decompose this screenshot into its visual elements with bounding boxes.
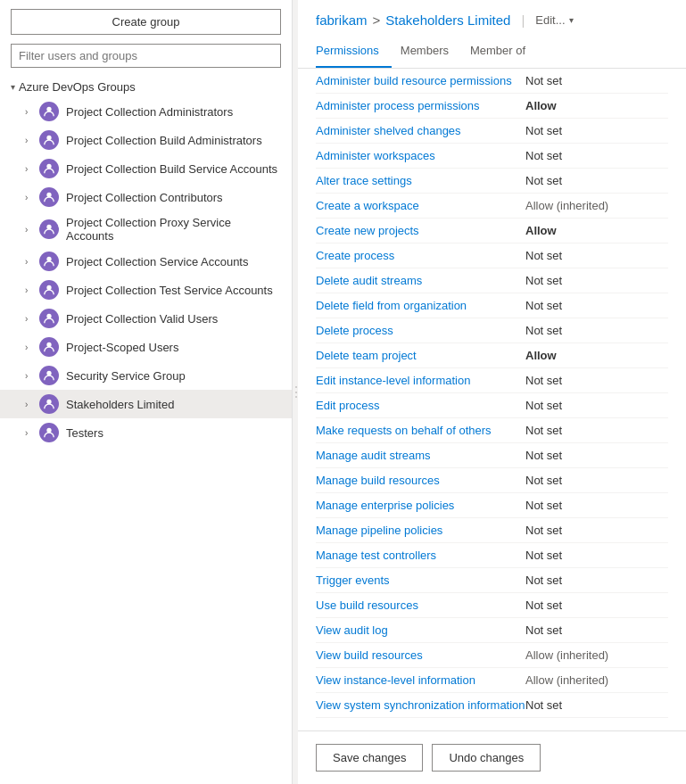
list-item[interactable]: › Project Collection Build Service Accou… bbox=[0, 154, 292, 183]
permission-name[interactable]: Manage build resources bbox=[316, 474, 440, 487]
section-chevron-icon: ▾ bbox=[11, 82, 15, 92]
permission-value: Not set bbox=[525, 249, 668, 262]
permission-name[interactable]: Manage pipeline policies bbox=[316, 524, 442, 537]
permission-name[interactable]: Manage audit streams bbox=[316, 449, 431, 462]
section-label[interactable]: ▾ Azure DevOps Groups bbox=[0, 77, 292, 97]
filter-input[interactable] bbox=[11, 44, 281, 68]
table-row: Edit instance-level information Not set bbox=[316, 368, 668, 393]
permission-value: Not set bbox=[525, 474, 668, 487]
expand-arrow-icon: › bbox=[25, 342, 36, 352]
table-row: Trigger events Not set bbox=[316, 568, 668, 593]
breadcrumb-separator: > bbox=[373, 12, 381, 28]
list-item[interactable]: › Testers bbox=[0, 418, 292, 447]
avatar bbox=[39, 130, 59, 150]
permission-name[interactable]: Create new projects bbox=[316, 224, 419, 237]
table-row: Alter trace settings Not set bbox=[316, 169, 668, 194]
table-row: Use build resources Not set bbox=[316, 593, 668, 618]
table-row: Manage build resources Not set bbox=[316, 468, 668, 493]
permission-name[interactable]: View instance-level information bbox=[316, 673, 475, 687]
group-name-breadcrumb[interactable]: Stakeholders Limited bbox=[385, 12, 510, 28]
permission-name[interactable]: View audit log bbox=[316, 623, 388, 637]
permission-name[interactable]: Delete field from organization bbox=[316, 299, 467, 312]
left-panel: Create group ▾ Azure DevOps Groups › Pro… bbox=[0, 0, 293, 784]
tab-member-of[interactable]: Member of bbox=[470, 37, 538, 68]
svg-point-4 bbox=[46, 225, 51, 229]
permission-value: Not set bbox=[525, 299, 668, 312]
expand-arrow-icon: › bbox=[25, 107, 36, 117]
table-row: Delete process Not set bbox=[316, 318, 668, 343]
permission-name[interactable]: Edit instance-level information bbox=[316, 374, 470, 387]
svg-point-1 bbox=[46, 136, 51, 140]
permission-name[interactable]: Create process bbox=[316, 249, 394, 262]
permission-name[interactable]: Make requests on behalf of others bbox=[316, 424, 492, 437]
section-label-text: Azure DevOps Groups bbox=[19, 80, 136, 94]
table-row: Delete team project Allow bbox=[316, 343, 668, 368]
svg-point-0 bbox=[46, 107, 51, 111]
permission-value: Not set bbox=[525, 424, 668, 437]
permission-value: Not set bbox=[525, 324, 668, 337]
list-item[interactable]: › Project Collection Administrators bbox=[0, 97, 292, 126]
create-group-button[interactable]: Create group bbox=[11, 9, 281, 35]
svg-point-5 bbox=[46, 257, 51, 261]
permission-value: Not set bbox=[525, 623, 668, 637]
permission-value: Allow (inherited) bbox=[525, 648, 668, 662]
list-item[interactable]: › Project Collection Contributors bbox=[0, 183, 292, 211]
permission-name[interactable]: Create a workspace bbox=[316, 199, 419, 212]
group-item-label: Project-Scoped Users bbox=[66, 341, 178, 354]
list-item[interactable]: › Project Collection Build Administrator… bbox=[0, 126, 292, 154]
table-row: View build resources Allow (inherited) bbox=[316, 643, 668, 668]
list-item[interactable]: › Project Collection Test Service Accoun… bbox=[0, 276, 292, 304]
group-item-label: Project Collection Valid Users bbox=[66, 312, 218, 326]
permission-name[interactable]: Administer build resource permissions bbox=[316, 74, 512, 87]
list-item[interactable]: › Project Collection Valid Users bbox=[0, 304, 292, 333]
table-row: Edit process Not set bbox=[316, 393, 668, 418]
tab-members[interactable]: Members bbox=[401, 37, 461, 68]
list-item[interactable]: › Project-Scoped Users bbox=[0, 333, 292, 361]
group-item-label: Project Collection Service Accounts bbox=[66, 255, 248, 268]
permission-name[interactable]: Administer process permissions bbox=[316, 99, 480, 112]
save-button[interactable]: Save changes bbox=[316, 744, 423, 772]
table-row: Delete field from organization Not set bbox=[316, 293, 668, 318]
avatar bbox=[39, 187, 59, 207]
group-item-label: Security Service Group bbox=[66, 369, 186, 383]
expand-arrow-icon: › bbox=[25, 164, 36, 174]
permission-name[interactable]: Manage enterprise policies bbox=[316, 499, 454, 512]
permission-value: Not set bbox=[525, 574, 668, 587]
list-item[interactable]: › Project Collection Service Accounts bbox=[0, 247, 292, 276]
permission-name[interactable]: Delete process bbox=[316, 324, 393, 337]
org-name[interactable]: fabrikam bbox=[316, 12, 368, 28]
permission-name[interactable]: Administer shelved changes bbox=[316, 124, 461, 137]
svg-point-8 bbox=[46, 342, 51, 347]
svg-point-6 bbox=[46, 285, 51, 290]
group-item-label: Project Collection Build Service Account… bbox=[66, 162, 277, 176]
permission-value: Allow bbox=[525, 99, 668, 112]
avatar bbox=[39, 337, 59, 357]
permission-name[interactable]: Edit process bbox=[316, 399, 380, 412]
permission-name[interactable]: Alter trace settings bbox=[316, 174, 412, 187]
expand-arrow-icon: › bbox=[25, 257, 36, 267]
permission-name[interactable]: Delete audit streams bbox=[316, 274, 422, 287]
permission-name[interactable]: Trigger events bbox=[316, 574, 390, 587]
permission-value: Not set bbox=[525, 524, 668, 537]
permission-name[interactable]: Manage test controllers bbox=[316, 549, 436, 562]
list-item[interactable]: › Stakeholders Limited bbox=[0, 390, 292, 418]
permission-value: Not set bbox=[525, 149, 668, 162]
undo-button[interactable]: Undo changes bbox=[432, 744, 541, 772]
tab-permissions[interactable]: Permissions bbox=[316, 37, 392, 68]
table-row: Manage pipeline policies Not set bbox=[316, 518, 668, 543]
expand-arrow-icon: › bbox=[25, 371, 36, 381]
list-item[interactable]: › Project Collection Proxy Service Accou… bbox=[0, 211, 292, 247]
permission-name[interactable]: Delete team project bbox=[316, 349, 417, 362]
avatar bbox=[39, 394, 59, 414]
permission-name[interactable]: View build resources bbox=[316, 648, 423, 662]
permission-name[interactable]: View system synchronization information bbox=[316, 698, 525, 712]
edit-button[interactable]: Edit... ▾ bbox=[535, 13, 573, 27]
list-item[interactable]: › Security Service Group bbox=[0, 361, 292, 390]
avatar bbox=[39, 280, 59, 300]
expand-arrow-icon: › bbox=[25, 314, 36, 324]
permission-name[interactable]: Use build resources bbox=[316, 598, 418, 612]
permissions-area: Administer build resource permissions No… bbox=[298, 69, 686, 730]
table-row: View system synchronization information … bbox=[316, 693, 668, 718]
permission-name[interactable]: Administer workspaces bbox=[316, 149, 435, 162]
svg-point-10 bbox=[46, 400, 51, 404]
